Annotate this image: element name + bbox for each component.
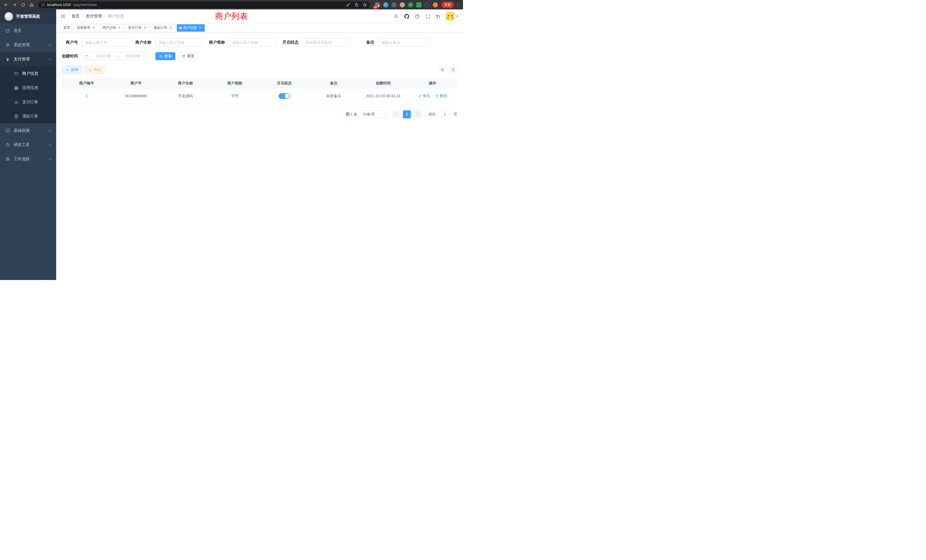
sidebar-logo[interactable]: 芋道管理系统 xyxy=(0,9,56,24)
search-button[interactable]: 搜索 xyxy=(155,52,176,60)
sidebar-item-pay-order[interactable]: ◎ 支付订单 xyxy=(0,95,56,109)
status-select[interactable]: 请选择开启状态 xyxy=(303,38,350,47)
calendar-icon xyxy=(85,54,89,58)
export-button[interactable]: 导出 xyxy=(85,66,104,74)
extension-icon[interactable] xyxy=(400,2,405,8)
reset-button[interactable]: 重置 xyxy=(178,52,198,60)
extension-icon[interactable] xyxy=(416,2,421,8)
col-actions: 操作 xyxy=(408,79,457,88)
tab-process-form[interactable]: 流程表单 × xyxy=(74,24,98,32)
back-button[interactable] xyxy=(2,1,10,9)
browser-update-button[interactable]: 更新 xyxy=(441,2,454,8)
tab-merchant-info[interactable]: 商户信息 × xyxy=(177,24,205,32)
forward-button[interactable] xyxy=(11,1,18,9)
toggle-search-button[interactable] xyxy=(439,66,446,74)
sidebar-item-workflow[interactable]: 工作流程 xyxy=(0,152,56,166)
extension-icon[interactable]: ✓ xyxy=(408,2,413,8)
col-remark: 备注 xyxy=(309,79,359,88)
browser-menu-icon[interactable]: ⋮ xyxy=(455,3,461,7)
help-icon[interactable] xyxy=(415,14,420,19)
prev-page-button[interactable] xyxy=(392,110,400,118)
plus-icon xyxy=(65,68,69,72)
sidebar-item-infra[interactable]: 基础设施 xyxy=(0,123,56,138)
extension-icon[interactable] xyxy=(425,2,430,8)
sidebar-item-payment[interactable]: ¥ 支付管理 xyxy=(0,52,56,67)
delete-link[interactable]: 删除 xyxy=(435,93,447,98)
address-bar[interactable]: localhost:1024/pay/merchant xyxy=(38,2,370,8)
add-button[interactable]: 新增 xyxy=(62,66,82,74)
search-form-row-1: 商户号 商户全称 商户简称 开启状态 请选择开启状态 xyxy=(62,38,457,47)
refresh-table-button[interactable] xyxy=(449,66,457,74)
tab-user-group[interactable]: 用户分组 × xyxy=(100,24,124,32)
extension-icon[interactable]: 10 xyxy=(375,2,380,8)
page-info-icon[interactable] xyxy=(41,3,45,6)
github-icon[interactable] xyxy=(404,14,409,19)
close-icon[interactable]: × xyxy=(143,26,147,30)
breadcrumb-home[interactable]: 首页 xyxy=(71,14,80,19)
sidebar-item-label: 首页 xyxy=(14,28,22,33)
font-size-icon[interactable]: TT xyxy=(436,14,440,19)
edit-link[interactable]: 修改 xyxy=(418,93,430,98)
field-short-name: 商户简称 xyxy=(209,38,276,47)
status-toggle[interactable] xyxy=(278,93,290,99)
sidebar-item-system[interactable]: ⚙ 系统管理 xyxy=(0,38,56,52)
next-page-button[interactable] xyxy=(414,110,422,118)
share-icon[interactable] xyxy=(354,3,359,7)
field-label: 商户号 xyxy=(62,40,78,45)
remark-input[interactable] xyxy=(378,38,430,47)
sidebar-item-app-info[interactable]: ▦ 应用信息 xyxy=(0,81,56,95)
search-icon xyxy=(440,68,445,72)
toolbox-icon xyxy=(5,142,10,147)
tab-home[interactable]: 首页 xyxy=(61,24,73,32)
select-placeholder: 请选择开启状态 xyxy=(306,40,331,45)
short-name-input[interactable] xyxy=(229,38,276,47)
close-icon[interactable]: × xyxy=(198,26,202,30)
close-icon[interactable]: × xyxy=(118,26,121,30)
field-remark: 备注 xyxy=(366,38,430,47)
create-time-range-picker[interactable]: 开始日期 - 结束日期 xyxy=(82,52,148,60)
full-name-input[interactable] xyxy=(155,38,203,47)
sidebar-item-label: 应用信息 xyxy=(22,85,38,90)
col-short-name: 商户简称 xyxy=(210,79,259,88)
fullscreen-icon[interactable] xyxy=(425,14,430,19)
sidebar-item-merchant-info[interactable]: 商户信息 xyxy=(0,67,56,81)
document-icon xyxy=(14,114,19,119)
password-key-icon[interactable] xyxy=(346,3,350,7)
cell-actions: 修改 删除 xyxy=(408,88,457,104)
merchant-no-input[interactable] xyxy=(82,38,129,47)
gear-icon: ⚙ xyxy=(5,42,10,48)
reload-icon xyxy=(21,3,26,7)
sidebar-item-devtools[interactable]: 研发工具 xyxy=(0,138,56,152)
payment-submenu: 商户信息 ▦ 应用信息 ◎ 支付订单 xyxy=(0,67,56,123)
logo-avatar xyxy=(5,12,13,21)
tab-label: 退款订单 xyxy=(154,26,167,30)
goto-page-input[interactable] xyxy=(439,110,451,118)
field-label: 开启状态 xyxy=(283,40,298,45)
tab-refund-order[interactable]: 退款订单 × xyxy=(151,24,176,32)
close-icon[interactable]: × xyxy=(92,26,96,30)
bookmark-star-icon[interactable] xyxy=(363,3,367,7)
export-button-label: 导出 xyxy=(94,67,101,73)
chevron-right-icon xyxy=(416,113,419,116)
extension-icon[interactable] xyxy=(433,2,438,8)
yen-icon: ¥ xyxy=(5,57,10,62)
extension-icon[interactable] xyxy=(383,2,388,8)
download-icon xyxy=(88,68,92,72)
sidebar-item-refund-order[interactable]: 退款订单 xyxy=(0,109,56,123)
user-menu[interactable] xyxy=(446,12,458,21)
extension-icon[interactable] xyxy=(392,2,396,8)
hamburger-icon[interactable] xyxy=(61,13,67,20)
table-toolbar: 新增 导出 xyxy=(62,66,457,74)
tab-label: 商户信息 xyxy=(183,26,197,30)
tab-label: 支付订单 xyxy=(128,26,142,30)
tab-pay-order[interactable]: 支付订单 × xyxy=(126,24,150,32)
search-icon[interactable] xyxy=(394,14,399,19)
sidebar-item-home[interactable]: 首页 xyxy=(0,24,56,38)
sidebar-item-label: 基础设施 xyxy=(14,128,30,133)
home-button[interactable] xyxy=(28,1,35,9)
breadcrumb-section[interactable]: 支付管理 xyxy=(86,14,102,19)
close-icon[interactable]: × xyxy=(169,26,173,30)
page-size-select[interactable]: 10条/页 xyxy=(360,110,389,118)
current-page: 1 xyxy=(403,110,411,118)
reload-button[interactable] xyxy=(20,1,27,9)
